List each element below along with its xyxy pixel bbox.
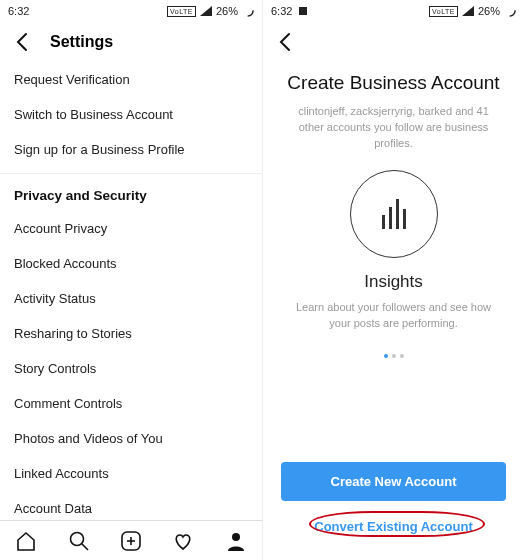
app-indicator-icon xyxy=(298,6,308,16)
settings-screen: 6:32 VoLTE 26% Settings Request Verifica… xyxy=(0,0,262,560)
item-switch-business[interactable]: Switch to Business Account xyxy=(0,97,262,132)
convert-existing-label: Convert Existing Account xyxy=(314,519,472,534)
page-title: Settings xyxy=(50,33,113,51)
create-new-account-button[interactable]: Create New Account xyxy=(281,462,506,501)
svg-point-0 xyxy=(243,6,253,16)
svg-point-8 xyxy=(505,6,515,16)
profile-icon xyxy=(225,530,247,552)
screen-title: Create Business Account xyxy=(287,72,499,94)
screen-subtitle: clintonjeff, zacksjerryrig, barked and 4… xyxy=(287,104,500,152)
nav-activity[interactable] xyxy=(171,529,195,553)
item-account-data[interactable]: Account Data xyxy=(0,491,262,520)
svg-rect-7 xyxy=(299,7,307,15)
item-request-verification[interactable]: Request Verification xyxy=(0,62,262,97)
insights-illustration xyxy=(350,170,438,258)
volte-badge: VoLTE xyxy=(167,6,196,17)
battery-percent: 26% xyxy=(478,5,500,17)
settings-list: Request Verification Switch to Business … xyxy=(0,62,262,520)
item-activity-status[interactable]: Activity Status xyxy=(0,281,262,316)
nav-add[interactable] xyxy=(119,529,143,553)
header xyxy=(263,22,524,62)
item-photos-videos[interactable]: Photos and Videos of You xyxy=(0,421,262,456)
item-blocked-accounts[interactable]: Blocked Accounts xyxy=(0,246,262,281)
page-dots xyxy=(384,354,404,358)
nav-search[interactable] xyxy=(67,529,91,553)
search-icon xyxy=(68,530,90,552)
item-comment-controls[interactable]: Comment Controls xyxy=(0,386,262,421)
back-icon[interactable] xyxy=(275,32,295,52)
svg-line-2 xyxy=(82,544,88,550)
cta-area: Create New Account Convert Existing Acco… xyxy=(263,462,524,540)
item-story-controls[interactable]: Story Controls xyxy=(0,351,262,386)
heart-icon xyxy=(172,530,194,552)
header: Settings xyxy=(0,22,262,62)
status-bar: 6:32 VoLTE 26% xyxy=(263,0,524,22)
signal-icon xyxy=(462,6,474,16)
feature-description: Learn about your followers and see how y… xyxy=(287,300,500,332)
item-linked-accounts[interactable]: Linked Accounts xyxy=(0,456,262,491)
nav-profile[interactable] xyxy=(224,529,248,553)
svg-point-6 xyxy=(232,533,240,541)
item-resharing-stories[interactable]: Resharing to Stories xyxy=(0,316,262,351)
battery-ring-icon xyxy=(504,5,516,17)
back-icon[interactable] xyxy=(12,32,32,52)
signal-icon xyxy=(200,6,212,16)
item-signup-business-profile[interactable]: Sign up for a Business Profile xyxy=(0,132,262,167)
section-privacy-security: Privacy and Security xyxy=(0,173,262,211)
volte-badge: VoLTE xyxy=(429,6,458,17)
clock: 6:32 xyxy=(271,5,292,17)
svg-point-1 xyxy=(70,532,83,545)
clock: 6:32 xyxy=(8,5,29,17)
dot-2[interactable] xyxy=(392,354,396,358)
status-bar: 6:32 VoLTE 26% xyxy=(0,0,262,22)
bottom-nav xyxy=(0,520,262,560)
plus-icon xyxy=(120,530,142,552)
nav-home[interactable] xyxy=(14,529,38,553)
item-account-privacy[interactable]: Account Privacy xyxy=(0,211,262,246)
dot-1[interactable] xyxy=(384,354,388,358)
create-business-screen: 6:32 VoLTE 26% Create Business Account c… xyxy=(262,0,524,560)
bars-icon xyxy=(382,199,406,229)
home-icon xyxy=(15,530,37,552)
dot-3[interactable] xyxy=(400,354,404,358)
battery-percent: 26% xyxy=(216,5,238,17)
battery-ring-icon xyxy=(242,5,254,17)
feature-name: Insights xyxy=(364,272,423,292)
convert-existing-account-link[interactable]: Convert Existing Account xyxy=(281,513,506,540)
